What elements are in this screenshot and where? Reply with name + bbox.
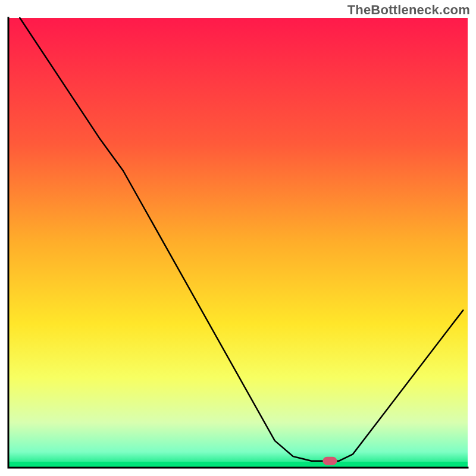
chart-container: TheBottleneck.com — [0, 0, 476, 476]
gradient-background — [8, 18, 468, 468]
plot-area — [8, 18, 468, 468]
watermark-text: TheBottleneck.com — [347, 2, 470, 18]
bottleneck-chart — [0, 0, 476, 476]
optimal-marker — [322, 457, 337, 465]
